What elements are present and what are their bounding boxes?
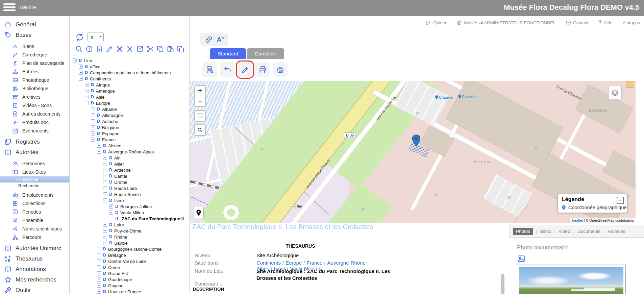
tree-item-guadeloupe[interactable]: +DGuadeloupe (70, 276, 189, 283)
tree-item-continents[interactable]: −DContinents (70, 76, 189, 82)
tree-item-loire[interactable]: +DLoire (70, 222, 189, 228)
tab-complete[interactable]: Complète (247, 48, 284, 59)
expand-node-icon[interactable]: + (97, 277, 101, 281)
expand-node-icon[interactable]: + (103, 168, 107, 172)
sidebar-item-autorités-unimarc[interactable]: Autorités Unimarc (0, 243, 69, 253)
header-link-contact[interactable]: Contact (566, 20, 588, 25)
add-document-icon[interactable] (95, 45, 103, 53)
sidebar-item-autorités[interactable]: Autorités (0, 147, 69, 157)
collapse-node-icon[interactable]: − (79, 77, 83, 81)
tree-item-cantal[interactable]: +DCantal (70, 173, 189, 179)
collapse-node-icon[interactable]: − (85, 101, 89, 105)
tree-item-guyane[interactable]: +DGuyane (70, 283, 189, 289)
sidebar-item-mes-recherches[interactable]: Mes recherches (0, 274, 69, 285)
sidebar-item-annotations[interactable]: Annotations (0, 264, 69, 274)
expand-node-icon[interactable]: + (103, 162, 107, 166)
photo-thumbnail[interactable] (519, 267, 623, 294)
sidebar-item-carothèque[interactable]: Carothèque (0, 50, 69, 59)
sidebar-item-emplacements[interactable]: Emplacements (0, 191, 69, 199)
sidebar-item-photothèque[interactable]: Photothèque (0, 76, 69, 84)
tab-standard[interactable]: Standard (210, 48, 246, 59)
copy-icon[interactable] (156, 45, 164, 53)
expand-node-icon[interactable]: + (79, 65, 83, 69)
sidebar-item-evènements[interactable]: Evènements (0, 126, 69, 135)
expand-node-icon[interactable]: + (91, 113, 95, 117)
breadcrumb-link-continents[interactable]: Continents (256, 260, 281, 266)
expand-node-icon[interactable]: + (91, 119, 95, 123)
fullscreen-icon[interactable] (195, 111, 205, 121)
expand-node-icon[interactable]: + (97, 144, 101, 148)
tree-item-albanie[interactable]: +DAlbanie (70, 106, 189, 112)
expand-node-icon[interactable]: + (85, 83, 89, 87)
link-icon[interactable] (205, 35, 213, 44)
header-link-mus-e-v4-administrateur-fonctionnel[interactable]: Musée v4 ADMINISTRATEUR FONCTIONNEL (456, 20, 555, 25)
tree-item-bourgoin-jallieu[interactable]: +DBourgoin-Jallieu (70, 203, 189, 210)
sidebar-item-autres-documents[interactable]: Autres documents (0, 109, 69, 118)
sidebar-item-hiérarchie[interactable]: - Hiérarchie (0, 176, 69, 182)
tree-item-puy-de-dôme[interactable]: +DPuy-de-Dôme (70, 228, 189, 234)
zoom-out-button[interactable]: − (195, 96, 205, 106)
sidebar-item-noms-scientifiques[interactable]: Noms scientifiques (0, 224, 69, 233)
tree-item-vaulx-milieu[interactable]: −DVaulx-Milieu (70, 210, 189, 216)
edit-button-highlighted[interactable] (238, 62, 252, 77)
paste-icon[interactable] (166, 45, 174, 53)
search-icon[interactable] (195, 125, 205, 135)
legend-collapse-button[interactable]: − (617, 197, 624, 204)
tree-item-compagnies-maritimes-et-leurs-b-timents[interactable]: +DCompagnies maritimes et leurs bâtiment… (70, 70, 189, 76)
expand-node-icon[interactable]: + (103, 192, 107, 196)
tree-item-belgique[interactable]: +DBelgique (70, 124, 189, 130)
expand-node-icon[interactable]: + (97, 265, 101, 269)
sidebar-item-registres[interactable]: Registres (0, 137, 69, 147)
sidebar-item-parcours[interactable]: Parcours (0, 233, 69, 241)
tree-item-bourgogne-franche-comté[interactable]: +DBourgogne-Franche-Comté (70, 246, 189, 252)
zoom-in-button[interactable]: + (195, 86, 205, 96)
leaflet-link[interactable]: Leaflet (572, 218, 583, 222)
language-select[interactable]: fr (88, 32, 104, 42)
expand-node-icon[interactable]: + (109, 204, 113, 209)
collapse-node-icon[interactable]: − (73, 58, 77, 63)
add-icon[interactable] (85, 45, 93, 53)
tree-item-afrique[interactable]: +DAfrique (70, 82, 189, 88)
sidebar-item-collections[interactable]: Collections (0, 199, 69, 207)
sidebar-item-outils[interactable]: Outils (0, 285, 69, 294)
media-tab-biblio[interactable]: Biblio (540, 229, 551, 234)
tree-item-corse[interactable]: +DCorse (70, 264, 189, 270)
sidebar-item-produits-doc[interactable]: Produits doc. (0, 118, 69, 126)
undo-button[interactable] (220, 62, 235, 77)
expand-node-icon[interactable]: + (97, 247, 101, 251)
menu-icon[interactable] (3, 3, 16, 13)
tree-item-hauts-de-france[interactable]: +DHauts-de-France (70, 289, 189, 294)
tree-item-auvergne-rhône-alpes[interactable]: −DAuvergne-Rhône-Alpes (70, 149, 189, 155)
tree-item-allemagne[interactable]: +DAllemagne (70, 112, 189, 118)
tree-item-haute-loire[interactable]: +DHaute Loire (70, 185, 189, 191)
merge-icon[interactable] (125, 45, 134, 53)
tree-item-isère[interactable]: −DIsère (70, 197, 189, 203)
expand-node-icon[interactable]: + (103, 186, 107, 190)
expand-node-icon[interactable]: + (97, 284, 101, 288)
expand-node-icon[interactable]: + (91, 131, 95, 136)
expand-node-icon[interactable]: + (97, 290, 101, 294)
collapse-node-icon[interactable]: − (91, 138, 95, 142)
expand-node-icon[interactable]: + (79, 71, 83, 75)
breadcrumb-link-france[interactable]: France (306, 260, 322, 266)
layers-icon[interactable] (609, 86, 621, 99)
sidebar-item-thesaurus[interactable]: ABThesaurus (0, 253, 69, 264)
expand-node-icon[interactable]: + (103, 156, 107, 160)
tree-item-grand-est[interactable]: +DGrand Est (70, 270, 189, 276)
sidebar-item-archives[interactable]: Archives (0, 93, 69, 101)
delete-icon[interactable] (115, 45, 124, 53)
sidebar-item-vidéos-sons[interactable]: Vidéos - Sons (0, 101, 69, 109)
collapse-node-icon[interactable]: − (97, 150, 101, 154)
tree-item-rhône[interactable]: +DRhône (70, 234, 189, 240)
tree-item-espagne[interactable]: +DEspagne (70, 130, 189, 137)
refresh-icon[interactable] (75, 33, 84, 42)
breadcrumb-link-europe[interactable]: Europe (286, 260, 302, 266)
sidebar-item-lieux-sites[interactable]: Lieux-Sites (0, 168, 69, 176)
expand-node-icon[interactable]: + (103, 223, 107, 227)
tree-item-asie[interactable]: +DAsie (70, 94, 189, 100)
expand-node-icon[interactable]: + (97, 271, 101, 275)
tree-item-haute-savoie[interactable]: +DHaute-Savoie (70, 191, 189, 197)
tree-item-europe[interactable]: −DEurope (70, 100, 189, 106)
tree-item-autriche[interactable]: +DAutriche (70, 118, 189, 124)
sidebar-item-plan-de-sauvegarde[interactable]: Plan de sauvegarde (0, 59, 69, 67)
